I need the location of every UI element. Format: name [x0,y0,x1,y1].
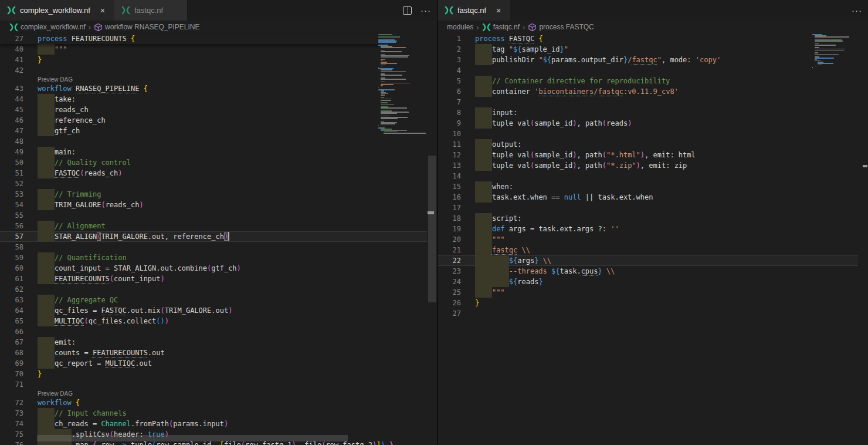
close-tab-icon[interactable]: × [494,5,503,15]
token: tuple val [492,119,530,127]
token [475,183,492,191]
line-number: 27 [438,308,461,319]
minimap-line [815,49,845,50]
line-number: 63 [0,295,23,305]
codelens-preview-dag[interactable]: Preview DAG [38,390,427,397]
token: STAR_ALIGN [55,232,97,241]
minimap-line [812,67,813,68]
minimap-line [815,66,816,67]
token: params.input [173,420,224,428]
token: // Input channels [55,409,127,417]
code-line: 50 // Quality control [0,157,427,168]
token: , path [577,151,602,159]
code-line: 9 tuple val(sample_id), path(reads) [438,118,858,129]
code-text: FASTQC(reads_ch) [38,168,427,178]
more-actions-icon[interactable]: ··· [421,5,431,15]
line-number: 75 [0,429,23,440]
overview-ruler-cursor-marker [428,211,434,214]
horizontal-scrollbar-thumb[interactable] [37,435,348,441]
line-number: 10 [438,129,461,139]
symbol-cube-icon [94,23,103,32]
chevron-right-icon: › [523,23,525,32]
token: ( [110,275,114,283]
breadcrumb-item-symbol[interactable]: workflow RNASEQ_PIPELINE [94,23,199,32]
minimap-line [381,95,384,96]
code-line: 72workflow { [0,397,427,408]
minimap[interactable] [378,33,427,445]
token [38,420,55,428]
tab-fastqc-right[interactable]: fastqc.nf × [438,0,510,21]
code-line: 16 task.ext.when == null || task.ext.whe… [438,192,858,203]
code-line: 42 [0,65,427,76]
line-number: 58 [0,242,23,252]
tab-label: fastqc.nf [134,6,163,15]
token: row [97,441,118,445]
token: reads_ch [106,201,140,209]
token: fastqc [492,246,517,254]
token: process [475,35,505,43]
minimap-line [378,125,379,126]
code-text: count_input = STAR_ALIGN.out.combine(gtf… [38,263,427,274]
minimap-line [381,118,398,119]
breadcrumb-item-folder[interactable]: modules [447,23,473,31]
code-line: 25 """ [438,287,858,298]
code-text [475,203,858,213]
codelens-preview-dag[interactable]: Preview DAG [38,76,427,83]
token: ( [602,161,606,170]
code-text: // Quality control [38,157,427,168]
token: // Aggregate QC [55,296,118,304]
breadcrumb-item-symbol[interactable]: process FASTQC [528,23,594,32]
token: ( [602,119,606,127]
line-number: 71 [0,379,23,390]
token: 'copy' [696,56,721,64]
token: row.sample_id, [156,441,219,445]
breadcrumb-item-file[interactable]: fastqc.nf [482,23,520,32]
breadcrumb-item-file[interactable]: complex_workflow.nf [9,23,86,32]
scrollbar-thumb[interactable] [428,156,436,302]
more-actions-icon[interactable]: ··· [852,5,862,15]
minimap[interactable] [812,33,857,445]
line-number: 45 [0,104,23,115]
chevron-right-icon: › [89,23,91,32]
minimap-line [378,36,400,38]
line-number: 65 [0,316,23,326]
vertical-scrollbar[interactable] [428,33,437,445]
token: "*.zip" [606,161,636,170]
code-editor-right[interactable]: 1process FASTQC {2 tag "${sample_id}"3 p… [438,33,868,445]
code-text: reference_ch [38,115,427,126]
token [38,317,55,325]
token: ) [161,275,165,283]
code-editor-left[interactable]: 40 """41}42Preview DAG43workflow RNASEQ_… [0,33,437,445]
token [139,85,143,93]
code-line: 24 ${reads} [438,277,858,287]
line-number: 56 [0,221,23,231]
code-line: 27 [438,308,858,319]
code-text: tuple val(sample_id), path("*.html"), em… [475,150,858,160]
code-text [38,379,427,390]
code-line: 69 qc_report = MULTIQC.out [0,358,427,369]
token: ) [139,201,143,209]
token: row.fastq_2 [326,441,372,445]
code-line: 11 output: [438,139,858,150]
token: reads [517,278,538,286]
code-line: 67 emit: [0,337,427,348]
sticky-scroll-header[interactable]: 27process FEATURECOUNTS { [0,33,378,44]
token: count_input [114,275,160,283]
code-text [38,136,427,147]
token: """ [492,235,505,244]
code-text: } [475,298,858,308]
token: ch_reads = [55,420,101,428]
split-editor-icon[interactable] [403,6,412,15]
tab-fastqc-left[interactable]: fastqc.nf [114,0,188,21]
close-tab-icon[interactable]: × [98,5,107,15]
code-line: 54 TRIM_GALORE(reads_ch) [0,200,427,210]
token: ${ [551,267,560,275]
token [38,148,55,156]
tab-complex-workflow[interactable]: complex_workflow.nf × [0,0,114,21]
line-number: 23 [438,266,461,277]
token: file [224,441,241,445]
token: --threads [509,267,551,275]
line-number: 11 [438,139,461,150]
token: FEATURECOUNTS [67,35,131,43]
minimap-line [381,79,406,80]
